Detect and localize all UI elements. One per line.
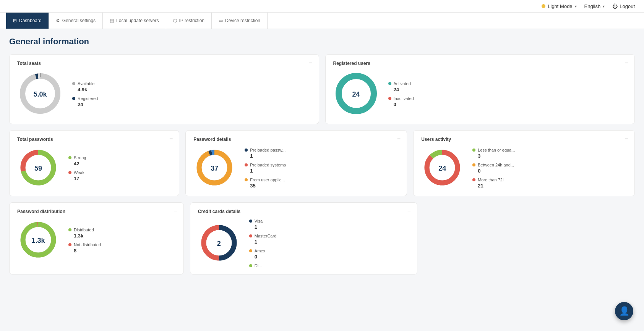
from-user-applic-dot: [245, 178, 248, 181]
card-registered-users: Registered users − 24 Activated 24: [325, 54, 635, 124]
credit-cards-minimize[interactable]: −: [407, 208, 411, 214]
page-content: General information Total seats − 5.0k: [0, 29, 644, 288]
amex-value: 0: [255, 254, 276, 260]
amex-dot: [249, 249, 252, 252]
legend-weak: Weak 17: [68, 170, 86, 181]
total-seats-legend: Available 4.9k Registered 24: [72, 81, 98, 107]
settings-icon: ⚙: [56, 18, 60, 23]
light-mode-label: Light Mode: [548, 3, 572, 9]
less-than-value: 3: [478, 153, 515, 159]
tab-device-restriction[interactable]: ▭ Device restriction: [212, 13, 268, 29]
tab-ip-restriction[interactable]: ⬡ IP restriction: [166, 13, 212, 29]
activated-label: Activated: [394, 81, 411, 86]
inactivated-dot: [388, 97, 391, 100]
inactivated-value: 0: [394, 102, 414, 107]
distributed-dot: [68, 228, 71, 231]
preloaded-systems-label: Preloaded systems: [250, 163, 286, 167]
mastercard-dot: [249, 234, 252, 237]
total-passwords-title: Total passwords: [17, 137, 171, 142]
credit-cards-center: 2: [217, 239, 221, 247]
preloaded-systems-dot: [245, 163, 248, 166]
password-distribution-chart: 1.3k Distributed 1.3k Not distributed: [17, 219, 176, 262]
legend-inactivated: Inactivated 0: [388, 96, 414, 107]
legend-mastercard: MasterCard 1: [249, 234, 276, 245]
password-details-legend: Preloaded passw... 1 Preloaded systems 1: [245, 148, 286, 189]
total-passwords-minimize[interactable]: −: [169, 136, 173, 142]
logout-button[interactable]: ⏻ Logout: [612, 3, 635, 9]
legend-registered: Registered 24: [72, 96, 98, 107]
not-distributed-label: Not distributed: [74, 242, 101, 247]
less-than-dot: [472, 149, 475, 152]
strong-value: 42: [74, 161, 86, 166]
credit-cards-donut: 2: [198, 222, 240, 265]
light-mode-toggle[interactable]: Light Mode ▾: [542, 3, 576, 9]
password-distribution-title: Password distribution: [17, 209, 176, 214]
credit-cards-chart: 2 Visa 1 MasterCard: [198, 219, 409, 268]
card-users-activity: Users activity − 24: [413, 130, 635, 196]
language-label: English: [584, 3, 601, 9]
legend-available: Available 4.9k: [72, 81, 98, 92]
more-than-72h-value: 21: [478, 183, 515, 189]
logout-label: Logout: [620, 3, 635, 9]
users-activity-minimize[interactable]: −: [625, 136, 628, 142]
legend-visa: Visa 1: [249, 219, 276, 230]
available-value: 4.9k: [78, 87, 98, 92]
card-total-passwords: Total passwords − 59: [9, 130, 179, 196]
legend-amex: Amex 0: [249, 249, 276, 260]
strong-label: Strong: [74, 155, 86, 160]
light-mode-dot: [542, 4, 545, 8]
registered-users-title: Registered users: [333, 61, 627, 66]
page-title: General information: [9, 37, 635, 47]
row3-spacer: [423, 202, 635, 274]
available-dot: [72, 82, 75, 85]
server-icon: ▤: [110, 18, 114, 23]
tab-local-update-servers-label: Local update servers: [116, 18, 159, 23]
password-details-minimize[interactable]: −: [397, 136, 401, 142]
row-1: Total seats − 5.0k: [9, 54, 635, 124]
legend-between-24h: Between 24h and... 0: [472, 163, 515, 174]
more-than-72h-label: More than 72H: [478, 178, 506, 182]
tab-dashboard[interactable]: ⊞ Dashboard: [6, 13, 49, 29]
not-distributed-dot: [68, 243, 71, 246]
users-activity-legend: Less than or equa... 3 Between 24h and..…: [472, 148, 515, 189]
distributed-value: 1.3k: [74, 233, 101, 239]
total-passwords-chart: 59 Strong 42 Weak: [17, 147, 171, 190]
legend-preloaded-passw: Preloaded passw... 1: [245, 148, 286, 159]
password-details-title: Password details: [193, 137, 399, 142]
legend-from-user-applic: From user applic... 35: [245, 178, 286, 189]
password-details-center: 37: [211, 164, 218, 172]
registered-users-minimize[interactable]: −: [625, 60, 628, 66]
mastercard-value: 1: [255, 239, 276, 245]
password-distribution-legend: Distributed 1.3k Not distributed 8: [68, 228, 101, 253]
from-user-applic-value: 35: [250, 183, 286, 189]
more-than-72h-dot: [472, 178, 475, 181]
row-3: Password distribution − 1.3k: [9, 202, 635, 274]
distributed-label: Distributed: [74, 228, 94, 232]
registered-users-chart: 24 Activated 24 Inactivated: [333, 71, 627, 118]
light-mode-chevron: ▾: [575, 4, 577, 8]
tab-local-update-servers[interactable]: ▤ Local update servers: [103, 13, 166, 29]
password-distribution-minimize[interactable]: −: [174, 208, 177, 214]
strong-dot: [68, 156, 71, 159]
total-seats-chart: 5.0k Available 4.9k Registered: [17, 71, 311, 118]
language-selector[interactable]: English ▾: [584, 3, 605, 9]
total-passwords-donut: 59: [17, 147, 59, 190]
available-label: Available: [78, 81, 94, 86]
tab-dashboard-label: Dashboard: [19, 18, 42, 23]
weak-value: 17: [74, 176, 86, 181]
inactivated-label: Inactivated: [394, 96, 414, 101]
device-icon: ▭: [219, 18, 223, 23]
credit-cards-title: Credit cards details: [198, 209, 409, 214]
tab-general-settings[interactable]: ⚙ General settings: [49, 13, 103, 29]
between-24h-value: 0: [478, 168, 515, 174]
ip-icon: ⬡: [173, 18, 177, 23]
password-distribution-donut: 1.3k: [17, 219, 59, 262]
row-2: Total passwords − 59: [9, 130, 635, 196]
di-label: Di...: [255, 263, 262, 268]
total-passwords-legend: Strong 42 Weak 17: [68, 155, 86, 181]
tab-general-settings-label: General settings: [62, 18, 96, 23]
registered-dot: [72, 97, 75, 100]
legend-preloaded-systems: Preloaded systems 1: [245, 163, 286, 174]
legend-distributed: Distributed 1.3k: [68, 228, 101, 239]
total-seats-minimize[interactable]: −: [309, 60, 312, 66]
